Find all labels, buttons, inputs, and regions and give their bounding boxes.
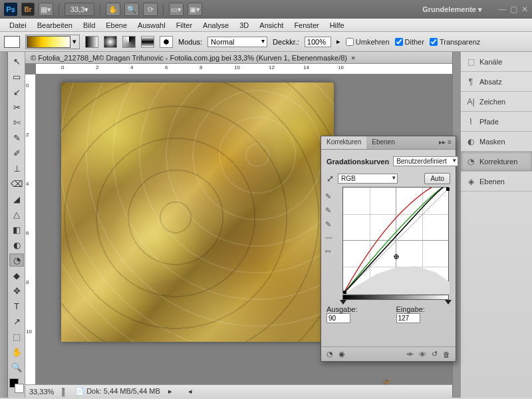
layout-dropdown-icon[interactable]: ▦▾ [39,3,53,16]
zoom-tool-icon[interactable]: 🔍 [124,3,139,16]
rotate-view-icon[interactable]: ⟳ [143,3,158,16]
tool-4[interactable]: ✄ [9,116,24,129]
tool-0[interactable]: ↖ [9,55,24,68]
panel-zeichen[interactable]: A|Zeichen [461,92,532,112]
tool-14[interactable]: ◆ [9,269,24,282]
menu-bearbeiten[interactable]: Bearbeiten [32,21,78,29]
bridge-icon[interactable]: Br [21,3,35,16]
modus-label: Modus: [178,38,202,46]
tool-2[interactable]: ↙ [9,85,24,98]
status-zoom[interactable]: 33,33% [29,388,54,396]
tab-ebenen[interactable]: Ebenen [366,136,400,149]
curves-title: Gradationskurven [327,158,389,166]
tool-18[interactable]: ⬚ [9,330,24,343]
panel-masken[interactable]: ◐Masken [461,132,532,152]
panel-icon: A| [466,97,475,106]
tool-5[interactable]: ✎ [9,131,24,144]
workspace-switcher[interactable]: Grundelemente ▾ [416,3,489,16]
opacity-input[interactable]: 100% [305,37,331,47]
panel-kanäle[interactable]: ⬚Kanäle [461,52,532,72]
ausgabe-input[interactable] [327,313,350,323]
menu-ansicht[interactable]: Ansicht [254,21,289,29]
gradient-picker[interactable]: ▾ [25,35,80,49]
auto-button[interactable]: Auto [424,173,450,184]
maximize-icon[interactable]: ▢ [510,5,517,14]
tool-8[interactable]: ⌫ [9,177,24,190]
curves-preset-select[interactable]: Benutzerdefiniert [393,156,458,166]
tool-12[interactable]: ◐ [9,238,24,251]
tool-9[interactable]: ◢ [9,192,24,205]
close-icon[interactable]: ✕ [521,5,528,14]
adjustment-layer-icon[interactable]: ◔ [327,350,333,358]
dither-checkbox[interactable]: Dither [395,38,424,46]
menu-3d[interactable]: 3D [234,21,254,29]
curves-input-slider[interactable] [342,295,449,300]
delete-icon[interactable]: 🗑 [443,350,450,358]
curve-pencil-icon[interactable]: ✏ [325,247,332,256]
canvas-image[interactable] [61,82,334,342]
tool-17[interactable]: ↗ [9,315,24,328]
panel-icon: ¶ [466,77,475,86]
panel-pfade[interactable]: ⌇Pfade [461,112,532,132]
tool-10[interactable]: △ [9,207,24,221]
diamond-gradient-icon[interactable] [160,36,173,48]
panel-collapse-icon[interactable]: ▸▸ ≡ [435,136,456,149]
screen-mode-icon[interactable]: ▣▾ [188,3,202,16]
linear-gradient-icon[interactable] [85,36,98,48]
photoshop-icon[interactable]: Ps [4,3,17,16]
watermark: 🦋 PSD-Tutorials.de [381,377,454,386]
eyedropper-black-icon[interactable]: ✎ [325,192,332,201]
tab-close-icon[interactable]: × [351,54,355,62]
channel-select[interactable]: RGB [338,174,398,184]
tool-15[interactable]: ✥ [9,284,24,297]
view-previous-icon[interactable]: ◉ [338,350,345,358]
eyedropper-gray-icon[interactable]: ✎ [325,206,332,215]
panel-ebenen[interactable]: ◈Ebenen [461,172,532,192]
menu-analyse[interactable]: Analyse [198,21,234,29]
panel-korrekturen[interactable]: ◔Korrekturen [461,152,532,172]
window-controls: — ▢ ✕ [498,5,528,14]
tool-3[interactable]: ✂ [9,100,24,114]
clip-layer-icon[interactable]: ⬲ [406,350,414,358]
tab-korrekturen[interactable]: Korrekturen [321,136,366,149]
tool-16[interactable]: T [9,299,24,313]
menu-filter[interactable]: Filter [171,21,198,29]
hand-tool-icon[interactable]: ✋ [106,3,120,16]
menu-ebene[interactable]: Ebene [100,21,132,29]
blend-mode-select[interactable]: Normal [207,37,267,47]
radial-gradient-icon[interactable] [104,36,117,48]
menu-hilfe[interactable]: Hilfe [325,21,350,29]
curve-smooth-icon[interactable]: 〰 [325,234,332,242]
document-tab[interactable]: © Fotolia_212788_M© Dragan Trifunovic - … [25,52,452,64]
tool-7[interactable]: ⊥ [9,162,24,175]
minimize-icon[interactable]: — [498,5,506,14]
ruler-vertical: 0246810 [25,74,36,384]
eyedropper-white-icon[interactable]: ✎ [325,220,332,229]
zoom-level[interactable]: 33,3 ▾ [65,3,94,16]
angle-gradient-icon[interactable] [122,36,136,48]
curves-graph[interactable] [342,187,449,293]
tool-13[interactable]: ◔ [9,253,24,267]
finger-tool-icon[interactable]: ⤢ [327,174,334,184]
reverse-checkbox[interactable]: Umkehren [346,38,390,46]
transparency-checkbox[interactable]: Transparenz [430,38,480,46]
menu-fenster[interactable]: Fenster [289,21,324,29]
app-titlebar: Ps Br ▦▾ 33,3 ▾ ✋ 🔍 ⟳ ▭▾ ▣▾ Grundelement… [0,0,532,19]
tool-1[interactable]: ▭ [9,70,24,83]
tool-6[interactable]: ✐ [9,146,24,160]
menu-auswahl[interactable]: Auswahl [132,21,171,29]
tool-11[interactable]: ◧ [9,223,24,236]
menu-datei[interactable]: Datei [4,21,32,29]
arrange-docs-icon[interactable]: ▭▾ [169,3,184,16]
tool-20[interactable]: 🔍 [9,360,24,374]
status-bar: 33,33% ▌ 📄 Dok: 5,44 MB/5,44 MB ▸ ◂ [25,384,452,398]
tool-19[interactable]: ✋ [9,345,24,358]
eingabe-input[interactable] [396,313,420,323]
toggle-visibility-icon[interactable]: 👁 [419,350,426,358]
panel-absatz[interactable]: ¶Absatz [461,72,532,92]
foreground-swatch[interactable] [4,36,20,48]
reset-icon[interactable]: ↺ [432,350,438,358]
reflected-gradient-icon[interactable] [141,36,154,48]
menu-bild[interactable]: Bild [78,21,100,29]
bg-color[interactable] [15,384,24,393]
